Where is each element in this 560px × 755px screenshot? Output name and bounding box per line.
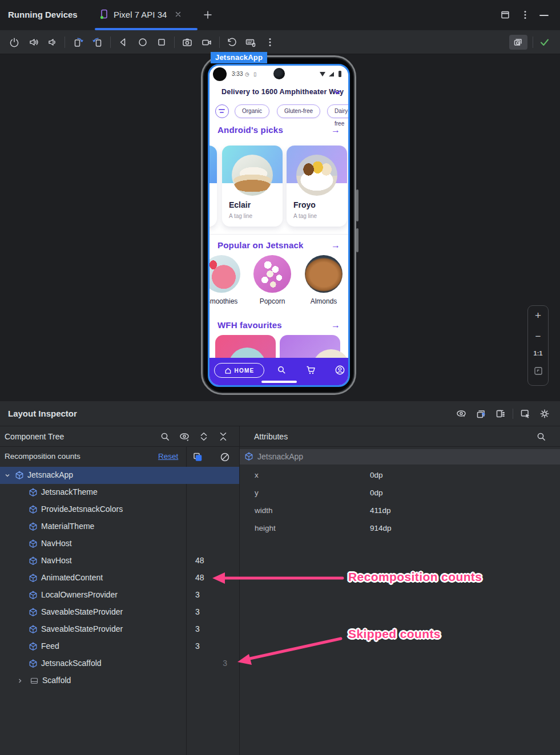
android-back-icon[interactable]	[118, 37, 129, 48]
composable-cube-icon	[29, 642, 38, 651]
power-button-icon[interactable]	[9, 37, 20, 48]
window-restore-icon[interactable]	[500, 10, 510, 20]
composable-cube-icon	[29, 608, 38, 617]
section-title: Android's picks	[217, 125, 283, 135]
tree-row[interactable]: ProvideJetsnackColors	[0, 501, 239, 518]
attribute-row[interactable]: height 914dp	[240, 520, 560, 538]
eclair-image	[232, 155, 273, 196]
nav-cart-icon[interactable]	[305, 365, 317, 376]
section-divider	[210, 234, 348, 235]
arrow-right-icon[interactable]: →	[331, 125, 340, 135]
arrow-right-icon[interactable]: →	[331, 240, 340, 251]
attribute-row[interactable]: width 411dp	[240, 502, 560, 520]
reset-counts-link[interactable]: Reset	[158, 452, 178, 461]
reset-history-icon[interactable]	[226, 37, 237, 48]
attributes-component-header[interactable]: JetsnackApp	[240, 449, 560, 465]
chevron-right-icon[interactable]	[17, 678, 23, 684]
zoom-in-button[interactable]: +	[528, 309, 548, 322]
chevron-down-icon[interactable]	[334, 90, 341, 95]
tab-close-icon[interactable]	[174, 10, 182, 18]
snack-name: Eclair	[229, 200, 251, 209]
tree-search-icon[interactable]	[159, 431, 171, 442]
arrow-right-icon[interactable]: →	[331, 320, 340, 330]
tree-visibility-eye-icon[interactable]	[179, 431, 190, 442]
attributes-component-name: JetsnackApp	[257, 452, 303, 461]
tree-row[interactable]: AnimatedContent 48	[0, 570, 239, 587]
component-tree-header: Component Tree	[5, 432, 64, 441]
screenshot-camera-icon[interactable]	[182, 37, 193, 48]
tab-label: Pixel 7 API 34	[114, 10, 167, 19]
apply-check-icon[interactable]	[539, 37, 550, 48]
volume-up-icon[interactable]	[28, 37, 39, 48]
composable-cube-icon	[29, 625, 38, 634]
home-gesture-indicator[interactable]	[261, 381, 297, 383]
attributes-list: x 0dp y 0dp width 411dp height 914dp	[240, 467, 560, 538]
toolbar-kebab-icon[interactable]	[264, 37, 276, 48]
new-tab-button[interactable]	[202, 9, 213, 21]
tab-options-kebab-icon[interactable]	[521, 9, 529, 21]
chevron-down-icon[interactable]	[5, 473, 10, 478]
popular-item-label: Smoothies	[208, 297, 247, 305]
screen-record-icon[interactable]	[201, 37, 212, 48]
tree-row[interactable]: SaveableStateProvider 3	[0, 621, 239, 638]
snack-tagline: A tag line	[229, 213, 252, 219]
annotation-recomposition-counts: Recomposition counts	[348, 570, 482, 584]
tree-row[interactable]: LocalOwnersProvider 3	[0, 587, 239, 604]
tree-row[interactable]: MaterialTheme	[0, 518, 239, 535]
composable-cube-icon	[29, 505, 38, 514]
composable-cube-icon	[29, 574, 38, 583]
tree-row[interactable]: NavHost 48	[0, 552, 239, 570]
expand-all-icon[interactable]	[198, 431, 210, 442]
attribute-row[interactable]: x 0dp	[240, 467, 560, 485]
recomposition-count: 3	[195, 590, 200, 599]
tree-row[interactable]: Feed 3	[0, 638, 239, 655]
tree-row[interactable]: JetsnackTheme	[0, 484, 239, 501]
smoothies-image[interactable]	[208, 255, 240, 293]
attribute-row[interactable]: y 0dp	[240, 485, 560, 502]
highlight-recomposition-icon[interactable]	[192, 451, 203, 463]
popular-item-label: Popcorn	[247, 297, 298, 305]
tree-row[interactable]: JetsnackScaffold 3	[0, 655, 239, 672]
recomposition-count: 3	[195, 607, 200, 616]
device-screen[interactable]: 3:33 ◷ ▯ Delivery to 1600 Amphitheater W…	[208, 64, 350, 387]
snack-card-partial[interactable]	[208, 146, 217, 227]
almonds-image[interactable]	[305, 255, 343, 293]
chip-dairy-free[interactable]: Dairy-free	[327, 104, 350, 118]
filters-icon[interactable]	[215, 104, 229, 118]
chip-organic[interactable]: Organic	[235, 104, 269, 118]
tree-row-jetsnackapp[interactable]: JetsnackApp	[0, 467, 239, 484]
froyo-image	[296, 155, 337, 196]
tree-row[interactable]: SaveableStateProvider 3	[0, 604, 239, 621]
composable-cube-icon	[29, 488, 38, 497]
collapse-all-icon[interactable]	[217, 431, 229, 442]
nav-search-icon[interactable]	[276, 365, 287, 376]
signal-icon	[329, 72, 334, 76]
delivery-label: Delivery to 1600 Amphitheater Way	[221, 88, 344, 96]
android-overview-icon[interactable]	[156, 37, 167, 48]
layout-inspector-toggle[interactable]	[509, 35, 527, 50]
rotate-right-icon[interactable]	[92, 37, 103, 48]
delivery-destination-bar[interactable]: Delivery to 1600 Amphitheater Way	[210, 86, 348, 100]
tab-pixel-7[interactable]: Pixel 7 API 34	[95, 0, 198, 29]
nav-profile-icon[interactable]	[335, 365, 345, 376]
camera-punch-hole	[273, 68, 285, 79]
snack-card-eclair[interactable]: Eclair A tag line	[222, 146, 283, 227]
nav-home-button[interactable]: HOME	[214, 363, 264, 378]
disable-counts-icon[interactable]	[219, 451, 231, 463]
recomposition-count: 48	[195, 573, 204, 582]
inspector-app-badge: JetsnackApp	[211, 52, 267, 63]
popcorn-image[interactable]	[253, 255, 291, 293]
tree-row[interactable]: NavHost	[0, 535, 239, 552]
composable-cube-icon	[29, 522, 38, 531]
zoom-fit-button[interactable]	[534, 366, 543, 376]
android-home-icon[interactable]	[137, 37, 148, 48]
zoom-1to1-button[interactable]: 1:1	[528, 350, 548, 357]
rotate-left-icon[interactable]	[72, 37, 84, 48]
zoom-out-button[interactable]: −	[528, 331, 548, 342]
hardware-input-icon[interactable]	[245, 37, 256, 48]
snack-card-froyo[interactable]: Froyo A tag line	[287, 146, 347, 227]
volume-down-icon[interactable]	[46, 37, 58, 48]
chip-gluten-free[interactable]: Gluten-free	[277, 104, 320, 118]
hide-tool-window-icon[interactable]	[539, 14, 549, 17]
tree-row-scaffold[interactable]: Scaffold	[0, 672, 239, 689]
